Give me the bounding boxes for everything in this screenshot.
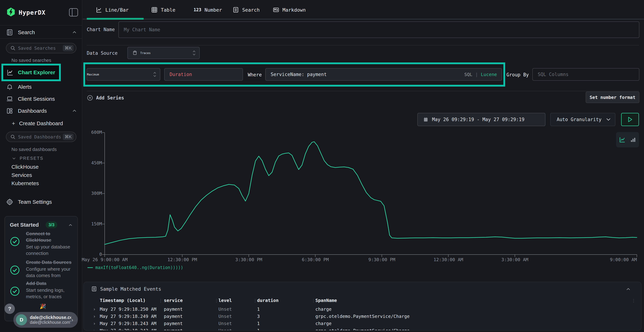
user-texts: dale@clickhouse.com dale@clickhouse.com'… xyxy=(30,315,71,325)
table-row[interactable]: ›May 27 9:29:18.249 AMpaymentUnset3grpc.… xyxy=(84,314,642,321)
column-header[interactable]: service xyxy=(164,298,183,303)
sidebar-item-team-settings[interactable]: Team Settings xyxy=(0,196,82,208)
chevron-up-icon xyxy=(72,30,77,35)
add-series-label: Add Series xyxy=(96,95,124,100)
column-resize-handle[interactable]: ⋮ xyxy=(632,298,632,304)
presets-header-label: PRESETS xyxy=(20,156,44,161)
y-axis-tick-label: 600M xyxy=(79,130,102,135)
events-list-icon xyxy=(91,286,97,292)
tab-search[interactable]: Search xyxy=(232,5,260,15)
tab-number[interactable]: 123 Number xyxy=(194,5,222,15)
where-input[interactable]: ServiceName: payment SQL | Lucene xyxy=(265,68,502,81)
get-started-item[interactable]: Create Data SourcesConfigure where your … xyxy=(10,259,74,279)
column-resize-handle[interactable]: ⋮ xyxy=(158,298,160,304)
sidebar-preset-item[interactable]: Services xyxy=(12,172,32,180)
sidebar-item-client-sessions[interactable]: Client Sessions xyxy=(0,94,82,104)
x-axis-tick-label: 12:30:00 AM xyxy=(434,257,463,262)
brand-title: HyperDX xyxy=(18,9,46,16)
create-dashboard-label: Create Dashboard xyxy=(19,120,63,126)
table-row[interactable]: ›May 27 9:29:18.250 AMpaymentUnset1charg… xyxy=(84,306,642,314)
lucene-language-toggle[interactable]: Lucene xyxy=(481,72,497,77)
granularity-select[interactable]: Auto Granularity xyxy=(550,113,616,126)
sidebar-preset-item[interactable]: ClickHouse xyxy=(12,164,39,172)
laptop-icon xyxy=(6,95,13,102)
field-input[interactable]: Duration xyxy=(164,68,243,81)
create-dashboard-button[interactable]: + Create Dashboard xyxy=(0,119,82,128)
column-resize-handle[interactable]: ⋮ xyxy=(214,298,216,304)
check-circle-icon xyxy=(10,265,20,275)
cell-service: payment xyxy=(164,314,183,319)
user-menu[interactable]: D dale@clickhouse.com dale@clickhouse.co… xyxy=(14,312,78,328)
sidebar-item-chart-explorer[interactable]: Chart Explorer xyxy=(3,66,59,80)
chevron-up-icon[interactable] xyxy=(68,223,73,228)
add-series-button[interactable]: Add Series xyxy=(87,94,124,102)
timeseries-chart[interactable] xyxy=(105,132,637,258)
get-started-item-desc: Start sending logs, metrics, or traces xyxy=(26,287,73,300)
calendar-icon xyxy=(423,117,428,122)
number-123-icon: 123 xyxy=(194,7,201,12)
help-button[interactable]: ? xyxy=(4,304,15,314)
cell-spanname: charge xyxy=(316,321,332,326)
sidebar-item-dashboards[interactable]: Dashboards xyxy=(0,105,82,116)
data-source-select[interactable]: Traces xyxy=(127,47,200,59)
row-expand-chevron-icon[interactable]: › xyxy=(93,306,96,312)
cell-duration: 1 xyxy=(257,321,260,326)
chevron-up-icon[interactable] xyxy=(626,287,631,292)
sidebar-item-search[interactable]: Search xyxy=(0,27,82,38)
kbd-shortcut-badge: ⌘K xyxy=(63,134,74,140)
cell-level: Unset xyxy=(218,314,232,319)
column-resize-handle[interactable]: ⋮ xyxy=(311,298,312,304)
no-saved-searches-note: No saved searches xyxy=(12,58,51,63)
column-header[interactable]: duration xyxy=(257,298,278,303)
where-value: ServiceName: payment xyxy=(271,72,327,77)
y-axis-tick-label: 150M xyxy=(79,221,102,226)
events-table-header: Timestamp (Local)serviceleveldurationSpa… xyxy=(84,298,642,305)
sidebar-preset-item[interactable]: Kubernetes xyxy=(12,180,39,188)
sidebar-collapse-icon[interactable] xyxy=(69,8,78,16)
table-icon xyxy=(151,6,158,13)
chart-name-input[interactable]: My Chart Name xyxy=(118,22,639,38)
bell-icon xyxy=(6,83,13,90)
table-row[interactable]: ›May 27 9:29:18.243 AMpaymentUnset1grpc.… xyxy=(84,328,642,330)
column-header[interactable]: Timestamp (Local) xyxy=(100,298,146,303)
row-expand-chevron-icon[interactable]: › xyxy=(93,321,96,326)
kbd-shortcut-badge: ⌘K xyxy=(63,45,74,51)
get-started-item[interactable]: Add DataStart sending logs, metrics, or … xyxy=(10,280,74,300)
row-expand-chevron-icon[interactable]: › xyxy=(93,328,96,330)
get-started-item[interactable]: Connect to ClickHouseSet up your databas… xyxy=(10,230,74,256)
x-axis-tick-label: 9:00:00 AM xyxy=(610,257,637,262)
sidebar: HyperDX Search Saved Searches ⌘K No save… xyxy=(0,0,82,332)
chevron-up-icon xyxy=(72,108,77,114)
date-range-picker[interactable]: May 26 09:29:19 - May 27 09:29:19 xyxy=(417,113,546,126)
data-source-value: Traces xyxy=(140,51,150,55)
main-content: Line/Bar Table 123 Number Search Markdow… xyxy=(83,0,644,332)
saved-searches-input[interactable]: Saved Searches ⌘K xyxy=(6,43,76,53)
markdown-icon xyxy=(273,6,279,13)
sidebar-item-alerts[interactable]: Alerts xyxy=(0,82,82,92)
column-header[interactable]: level xyxy=(218,298,232,303)
group-by-input[interactable]: SQL Columns xyxy=(532,68,639,81)
aggregation-select[interactable]: Maximum xyxy=(86,68,160,81)
x-axis-tick-label: 12:30:00 PM xyxy=(168,257,197,262)
column-header[interactable]: SpanName xyxy=(316,298,337,303)
aggregation-value: Maximum xyxy=(87,73,99,76)
table-row[interactable]: ›May 27 9:29:18.243 AMpaymentUnset1charg… xyxy=(84,321,642,328)
line-chart-icon xyxy=(96,6,102,13)
presets-toggle[interactable]: PRESETS xyxy=(0,154,82,162)
tab-label: Markdown xyxy=(282,7,306,13)
toggle-divider: | xyxy=(475,72,478,77)
tab-markdown[interactable]: Markdown xyxy=(273,5,306,15)
saved-dashboards-input[interactable]: Saved Dashboards ⌘K xyxy=(6,132,76,142)
user-email: dale@clickhouse.com xyxy=(30,315,71,320)
set-number-format-button[interactable]: Set number format xyxy=(586,92,639,103)
chevron-down-icon xyxy=(12,156,16,160)
run-query-button[interactable] xyxy=(621,113,639,126)
sql-language-toggle[interactable]: SQL xyxy=(464,72,472,77)
tab-line-bar[interactable]: Line/Bar xyxy=(96,5,128,15)
get-started-item-title: Create Data Sources xyxy=(26,259,73,266)
column-resize-handle[interactable]: ⋮ xyxy=(253,298,254,304)
tab-table[interactable]: Table xyxy=(151,5,175,15)
cell-duration: 1 xyxy=(257,328,260,330)
check-circle-icon xyxy=(10,236,20,246)
row-expand-chevron-icon[interactable]: › xyxy=(93,314,96,319)
